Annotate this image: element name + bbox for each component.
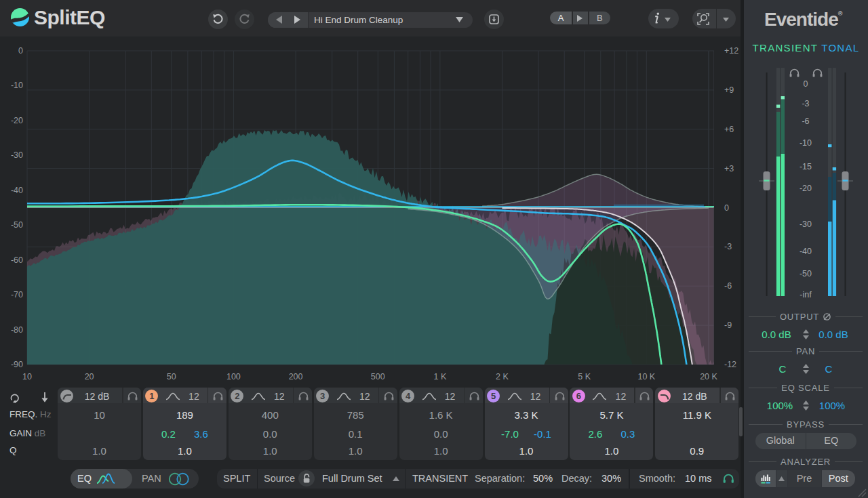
svg-text:-3: -3 <box>724 242 732 251</box>
svg-text:-60: -60 <box>11 255 23 265</box>
svg-text:200: 200 <box>289 372 303 381</box>
svg-text:-12: -12 <box>724 360 736 369</box>
svg-text:2 K: 2 K <box>496 372 509 381</box>
svg-text:-40: -40 <box>11 186 23 195</box>
svg-text:-80: -80 <box>11 325 23 335</box>
svg-text:0: 0 <box>18 46 23 56</box>
svg-text:100: 100 <box>226 372 241 381</box>
svg-text:-10: -10 <box>11 81 23 90</box>
svg-text:-30: -30 <box>11 150 23 160</box>
svg-text:-50: -50 <box>11 220 23 230</box>
svg-text:10: 10 <box>22 372 32 381</box>
svg-text:500: 500 <box>371 372 385 381</box>
svg-text:+9: +9 <box>724 85 734 95</box>
svg-text:+6: +6 <box>724 125 734 134</box>
svg-text:50: 50 <box>167 372 176 381</box>
svg-text:0: 0 <box>724 203 729 213</box>
svg-text:20: 20 <box>85 372 94 381</box>
svg-text:-9: -9 <box>724 320 732 330</box>
svg-text:-70: -70 <box>11 290 23 299</box>
svg-text:20 K: 20 K <box>700 372 717 381</box>
svg-text:1 K: 1 K <box>434 372 447 381</box>
svg-text:5 K: 5 K <box>578 372 591 381</box>
svg-text:10 K: 10 K <box>637 372 655 381</box>
svg-text:-6: -6 <box>724 281 732 291</box>
svg-text:-90: -90 <box>11 360 23 369</box>
svg-text:+12: +12 <box>724 46 738 56</box>
svg-text:+3: +3 <box>724 164 734 173</box>
svg-text:-20: -20 <box>11 116 23 125</box>
